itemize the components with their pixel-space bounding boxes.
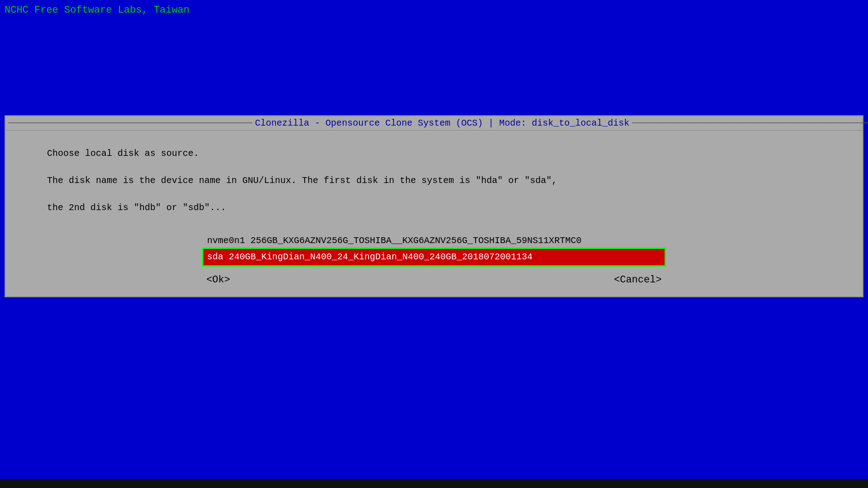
disk-list: nvme0n1 256GB_KXG6AZNV256G_TOSHIBA__KXG6… [203, 233, 665, 265]
button-row: <Ok> <Cancel> [14, 272, 854, 291]
title-right-border: ────────────────────────────────────────… [629, 118, 868, 128]
disk-item-nvme0n1[interactable]: nvme0n1 256GB_KXG6AZNV256G_TOSHIBA__KXG6… [203, 233, 665, 249]
bottom-bar [0, 479, 868, 488]
dialog-title-bar: ────────────────────────────────────────… [5, 116, 863, 131]
desc-line3: the 2nd disk is "hdb" or "sdb"... [47, 202, 226, 213]
ok-button[interactable]: <Ok> [197, 272, 239, 287]
desc-line2: The disk name is the device name in GNU/… [47, 175, 557, 186]
dialog-body: Choose local disk as source. The disk na… [5, 131, 863, 296]
dialog: ────────────────────────────────────────… [5, 115, 863, 297]
disk-item-sda[interactable]: sda 240GB_KingDian_N400_24_KingDian_N400… [203, 249, 665, 265]
header-text: NCHC Free Software Labs, Taiwan [5, 5, 189, 16]
description: Choose local disk as source. The disk na… [14, 133, 854, 228]
title-left-border: ────────────────────────────────────────… [5, 118, 255, 128]
desc-line1: Choose local disk as source. [47, 148, 199, 159]
cancel-button[interactable]: <Cancel> [605, 272, 671, 287]
dialog-title: Clonezilla - Opensource Clone System (OC… [255, 118, 629, 128]
